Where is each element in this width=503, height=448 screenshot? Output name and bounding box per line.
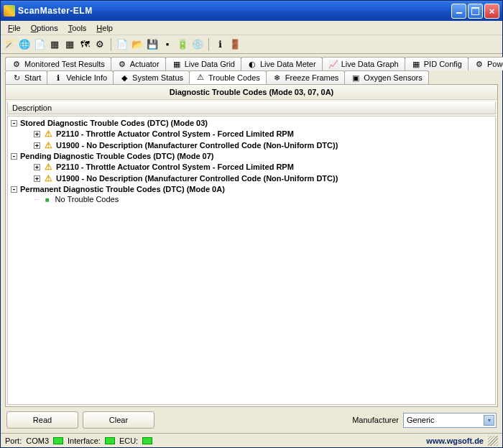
- menu-help[interactable]: Help: [92, 22, 117, 34]
- status-ecu-label: ECU:: [119, 436, 138, 445]
- expand-icon[interactable]: +: [34, 131, 40, 137]
- tab-icon: ⚙: [11, 59, 22, 69]
- tree-item[interactable]: +P2110 - Throttle Actuator Control Syste…: [8, 128, 495, 140]
- tool-open-icon[interactable]: 📂: [131, 39, 143, 50]
- leaf-text: No Trouble Codes: [55, 195, 119, 204]
- dtc-text: P2110 - Throttle Actuator Control System…: [56, 163, 294, 171]
- content-area: ⚙Monitored Test Results⚙Actuator▦Live Da…: [1, 54, 502, 433]
- collapse-icon[interactable]: -: [11, 186, 17, 193]
- warning-icon: [43, 140, 53, 150]
- tab-icon: ▦: [411, 59, 421, 69]
- button-row: Read Clear Manufacturer Generic ▾: [5, 407, 498, 431]
- tab-system-status[interactable]: ◆System Status: [113, 70, 190, 84]
- tab-oxygen-sensors[interactable]: ▣Oxygen Sensors: [344, 70, 428, 84]
- expand-icon[interactable]: +: [34, 142, 40, 149]
- tab-pid-config[interactable]: ▦PID Config: [405, 57, 469, 70]
- menu-options[interactable]: Options: [27, 22, 63, 34]
- tab-power[interactable]: ⚙Power: [468, 57, 503, 70]
- tree-item[interactable]: +U1900 - No Description (Manufacturer Co…: [8, 140, 495, 151]
- group-label: Pending Diagnostic Trouble Codes (DTC) (…: [20, 152, 214, 160]
- column-header-description: Description: [7, 101, 496, 114]
- tab-label: Actuator: [130, 60, 160, 68]
- tab-label: Live Data Graph: [341, 60, 399, 68]
- tab-icon: ◆: [119, 73, 129, 83]
- tab-label: Oxygen Sensors: [364, 73, 422, 82]
- collapse-icon[interactable]: -: [11, 120, 17, 127]
- status-link[interactable]: www.wgsoft.de: [426, 436, 484, 445]
- tab-start[interactable]: ↻Start: [5, 70, 47, 84]
- chevron-down-icon: ▾: [484, 415, 494, 426]
- read-button[interactable]: Read: [6, 411, 78, 429]
- tab-icon: 📈: [328, 59, 338, 69]
- resize-grip-icon[interactable]: [488, 436, 498, 446]
- menubar: File Options Tools Help: [1, 21, 502, 35]
- toolbar: 🪄 🌐 📄 ▦ ▦ 🗺 ⚙ 📄 📂 💾 ▪ 🔋 💿 ℹ 🚪: [1, 35, 502, 54]
- tab-live-data-graph[interactable]: 📈Live Data Graph: [322, 57, 405, 70]
- expand-icon[interactable]: +: [34, 164, 40, 170]
- window-buttons: ×: [451, 4, 499, 19]
- tree-item[interactable]: +U1900 - No Description (Manufacturer Co…: [8, 173, 495, 184]
- clear-button[interactable]: Clear: [83, 411, 154, 429]
- tool-globe-icon[interactable]: 🌐: [19, 39, 30, 50]
- tool-info-icon[interactable]: ℹ: [214, 39, 226, 50]
- tool-gear-icon[interactable]: ⚙: [94, 39, 106, 50]
- tab-label: Live Data Grid: [185, 60, 235, 68]
- tool-disc-icon[interactable]: 💿: [192, 39, 203, 50]
- tool-wand-icon[interactable]: 🪄: [4, 39, 15, 50]
- group-label: Permanent Diagnostic Trouble Codes (DTC)…: [20, 185, 225, 193]
- tool-batt-icon[interactable]: 🔋: [177, 39, 188, 50]
- dtc-text: U1900 - No Description (Manufacturer Con…: [56, 141, 338, 150]
- status-port-label: Port:: [5, 436, 22, 445]
- expand-icon[interactable]: +: [34, 175, 40, 182]
- close-button[interactable]: ×: [484, 4, 499, 19]
- tab-label: Freeze Frames: [285, 73, 339, 82]
- tab-live-data-meter[interactable]: ◐Live Data Meter: [241, 57, 323, 70]
- collapse-icon[interactable]: -: [11, 153, 17, 160]
- status-interface-label: Interface:: [68, 436, 101, 445]
- dtc-tree[interactable]: -Stored Diagnostic Trouble Codes (DTC) (…: [7, 116, 496, 405]
- trouble-codes-panel: Diagnostic Trouble Codes (Mode 03, 07, 0…: [5, 84, 498, 407]
- menu-tools[interactable]: Tools: [64, 22, 91, 34]
- app-icon: [4, 5, 15, 17]
- tool-term-icon[interactable]: ▪: [162, 39, 173, 50]
- tree-group[interactable]: -Pending Diagnostic Trouble Codes (DTC) …: [8, 151, 495, 161]
- tab-icon: ↻: [11, 73, 22, 83]
- tree-dots: ···: [34, 196, 40, 203]
- tab-vehicle-info[interactable]: ℹVehicle Info: [47, 70, 114, 84]
- tabrow-top: ⚙Monitored Test Results⚙Actuator▦Live Da…: [5, 57, 498, 70]
- tab-trouble-codes[interactable]: ⚠Trouble Codes: [189, 70, 267, 84]
- tool-sheet-icon[interactable]: 📄: [34, 39, 45, 50]
- tab-live-data-grid[interactable]: ▦Live Data Grid: [165, 57, 241, 70]
- status-port-value: COM3: [26, 436, 49, 445]
- tab-icon: ▣: [351, 73, 361, 83]
- window-title: ScanMaster-ELM: [18, 6, 451, 16]
- tab-monitored-test-results[interactable]: ⚙Monitored Test Results: [5, 57, 111, 70]
- tool-page-icon[interactable]: 📄: [116, 39, 128, 50]
- dtc-text: U1900 - No Description (Manufacturer Con…: [56, 174, 338, 183]
- tab-actuator[interactable]: ⚙Actuator: [111, 57, 166, 70]
- tree-group[interactable]: -Permanent Diagnostic Trouble Codes (DTC…: [8, 184, 495, 194]
- tab-label: Vehicle Info: [66, 73, 107, 82]
- warning-icon: [43, 173, 53, 183]
- manufacturer-select[interactable]: Generic ▾: [403, 413, 497, 428]
- ok-icon: [42, 196, 52, 204]
- tab-freeze-frames[interactable]: ❄Freeze Frames: [266, 70, 346, 84]
- interface-led-icon: [105, 437, 115, 444]
- tool-save-icon[interactable]: 💾: [147, 39, 158, 50]
- warning-icon: [43, 129, 53, 139]
- tab-icon: ⚠: [195, 73, 206, 83]
- tab-icon: ▦: [172, 59, 182, 69]
- tree-group[interactable]: -Stored Diagnostic Trouble Codes (DTC) (…: [8, 118, 495, 128]
- tool-grid2-icon[interactable]: ▦: [64, 39, 75, 50]
- group-label: Stored Diagnostic Trouble Codes (DTC) (M…: [20, 119, 208, 127]
- app-window: ScanMaster-ELM × File Options Tools Help…: [0, 0, 503, 448]
- tree-item[interactable]: +P2110 - Throttle Actuator Control Syste…: [8, 161, 495, 173]
- tool-map-icon[interactable]: 🗺: [79, 39, 91, 50]
- menu-file[interactable]: File: [4, 22, 25, 34]
- tool-exit-icon[interactable]: 🚪: [229, 39, 241, 50]
- minimize-button[interactable]: [451, 4, 466, 19]
- tab-icon: ❄: [272, 73, 282, 83]
- panel-title: Diagnostic Trouble Codes (Mode 03, 07, 0…: [6, 85, 497, 100]
- maximize-button[interactable]: [468, 4, 483, 19]
- tool-grid-icon[interactable]: ▦: [49, 39, 60, 50]
